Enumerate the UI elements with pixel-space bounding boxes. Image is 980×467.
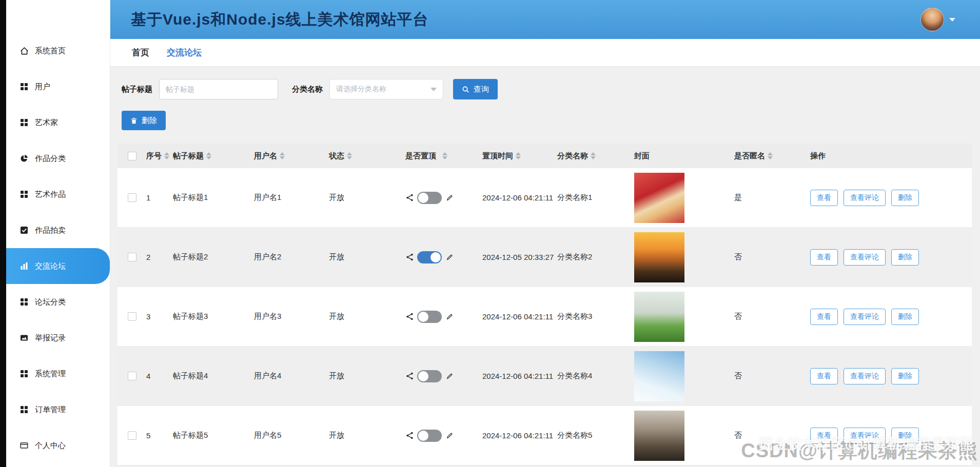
sort-carets[interactable] [516,152,521,159]
view-button[interactable]: 查看 [810,190,838,206]
row-checkbox[interactable] [128,253,136,261]
pin-toggle[interactable] [417,370,442,382]
pin-time: 2024-12-06 04:21:11 [482,372,557,380]
share-icon[interactable] [405,372,414,380]
cover-image[interactable] [634,173,684,223]
pin-toggle[interactable] [417,430,442,442]
sidebar-item-profile[interactable]: 个人中心 [6,428,110,463]
row-checkbox[interactable] [128,431,136,440]
pin-toggle[interactable] [417,311,442,323]
edit-pencil-icon[interactable] [445,313,454,321]
view-comments-button[interactable]: 查看评论 [844,309,886,325]
cover-image[interactable] [634,411,684,461]
row-checkbox[interactable] [128,312,136,321]
sidebar-item-artists[interactable]: 艺术家 [6,105,110,140]
view-button[interactable]: 查看 [810,309,838,325]
post-title: 帖子标题5 [173,431,254,440]
edit-pencil-icon[interactable] [445,253,454,261]
delete-row-button[interactable]: 删除 [891,309,919,325]
sidebar-item-system[interactable]: 系统管理 [6,356,110,392]
share-icon[interactable] [405,313,414,321]
share-icon[interactable] [405,432,414,440]
pin-toggle[interactable] [417,251,442,263]
user-menu[interactable] [920,8,955,31]
tab-home[interactable]: 首页 [132,47,149,58]
share-icon[interactable] [405,253,414,261]
bulk-delete-button[interactable]: 删除 [122,111,166,130]
col-header-cover: 封面 [634,151,734,161]
chevron-down-icon[interactable] [949,18,955,22]
anonymous-flag: 是 [734,193,810,202]
view-comments-button[interactable]: 查看评论 [844,428,886,444]
breadcrumb-tabs: 首页 交流论坛 [110,39,980,67]
edit-pencil-icon[interactable] [445,194,454,202]
category-name: 分类名称5 [557,431,634,440]
sidebar-item-label: 论坛分类 [35,297,66,307]
sidebar-item-forum[interactable]: 交流论坛 [6,248,110,284]
sidebar-item-artworks[interactable]: 艺术作品 [6,176,110,212]
select-all-checkbox[interactable] [128,152,136,160]
title-filter-input[interactable] [159,79,278,99]
pin-toggle[interactable] [417,192,442,204]
status: 开放 [329,252,405,262]
edit-pencil-icon[interactable] [445,372,454,380]
sidebar-item-home[interactable]: 系统首页 [6,33,110,69]
row-checkbox[interactable] [128,372,136,380]
view-comments-button[interactable]: 查看评论 [844,249,886,266]
bar-chart-icon [19,261,29,271]
pie-chart-icon [19,154,29,163]
tab-forum[interactable]: 交流论坛 [167,47,202,58]
cover-image[interactable] [634,351,684,401]
view-button[interactable]: 查看 [810,428,838,444]
image-icon [19,333,29,342]
share-icon[interactable] [405,194,414,202]
category-name: 分类名称3 [557,312,634,321]
search-button[interactable]: 查询 [453,79,498,99]
sort-carets[interactable] [164,152,169,159]
pin-time: 2024-12-06 04:21:11 [482,193,557,202]
sidebar-item-forum-categories[interactable]: 论坛分类 [6,284,110,320]
sort-carets[interactable] [768,152,773,159]
sort-carets[interactable] [206,152,211,159]
avatar[interactable] [920,8,944,31]
sidebar-item-label: 个人中心 [35,441,66,451]
sidebar-item-users[interactable]: 用户 [6,69,110,105]
home-icon [19,46,29,55]
posts-table: 序号 帖子标题 用户名 状态 [117,144,972,465]
pin-time: 2024-12-06 04:21:11 [482,431,557,440]
delete-row-button[interactable]: 删除 [891,249,919,266]
pin-time: 2024-12-06 04:21:11 [482,312,557,321]
grid-icon [19,118,29,127]
category-select[interactable]: 请选择分类名称 [329,79,443,99]
view-comments-button[interactable]: 查看评论 [844,368,886,384]
grid-icon [19,405,29,414]
sidebar-item-label: 用户 [35,82,50,92]
sidebar-item-label: 举报记录 [35,333,66,343]
row-index: 2 [146,253,173,261]
category-name: 分类名称2 [557,252,634,262]
username: 用户名1 [254,193,329,202]
sort-carets[interactable] [347,152,352,159]
sidebar-item-orders[interactable]: 订单管理 [6,392,110,428]
view-button[interactable]: 查看 [810,249,838,266]
post-title: 帖子标题2 [173,252,254,262]
delete-row-button[interactable]: 删除 [891,190,919,206]
cover-image[interactable] [634,292,684,342]
col-header-category: 分类名称 [557,151,634,161]
delete-row-button[interactable]: 删除 [891,428,919,444]
edit-pencil-icon[interactable] [445,432,454,440]
sidebar-item-auctions[interactable]: 作品拍卖 [6,212,110,248]
sort-carets[interactable] [591,152,596,159]
view-button[interactable]: 查看 [810,368,838,384]
sidebar-item-work-categories[interactable]: 作品分类 [6,140,110,176]
sort-carets[interactable] [280,152,285,159]
col-header-pin-time: 置顶时间 [482,151,557,161]
cover-image[interactable] [634,232,684,282]
col-header-status: 状态 [329,151,405,161]
row-index: 5 [146,431,173,440]
delete-row-button[interactable]: 删除 [891,368,919,384]
sort-carets[interactable] [442,152,447,159]
row-checkbox[interactable] [128,193,136,202]
sidebar-item-reports[interactable]: 举报记录 [6,320,110,356]
view-comments-button[interactable]: 查看评论 [844,190,886,206]
